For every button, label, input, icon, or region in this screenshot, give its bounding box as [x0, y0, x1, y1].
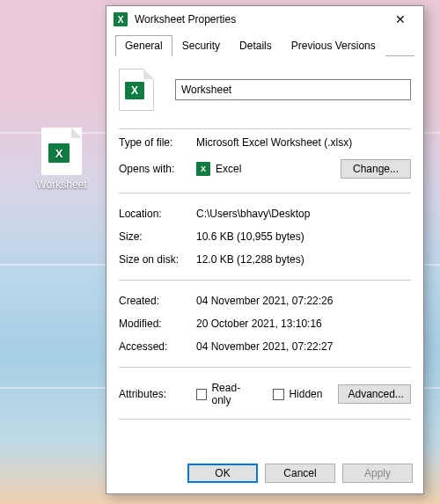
apply-button[interactable]: Apply: [342, 464, 413, 483]
attributes-label: Attributes:: [119, 388, 196, 400]
dialog-body: X Type of file: Microsoft Excel Workshee…: [106, 56, 423, 455]
tab-details[interactable]: Details: [230, 35, 282, 56]
tab-general[interactable]: General: [115, 35, 172, 56]
readonly-label: Read-only: [211, 382, 257, 406]
modified-label: Modified:: [119, 318, 196, 330]
opens-with-label: Opens with:: [119, 163, 196, 175]
excel-app-icon: X: [114, 12, 128, 26]
created-label: Created:: [119, 295, 196, 307]
tab-security[interactable]: Security: [172, 35, 230, 56]
excel-file-icon: X: [41, 128, 82, 175]
opens-with-value: Excel: [216, 163, 341, 175]
tab-previous-versions[interactable]: Previous Versions: [282, 35, 385, 56]
change-button[interactable]: Change...: [341, 159, 411, 179]
modified-value: 20 October 2021, 13:10:16: [196, 318, 411, 330]
excel-small-icon: X: [196, 162, 210, 176]
advanced-button[interactable]: Advanced...: [338, 384, 411, 404]
size-label: Size:: [119, 230, 196, 243]
desktop-file-label: Worksheet: [31, 179, 92, 191]
cancel-button[interactable]: Cancel: [265, 464, 335, 483]
readonly-checkbox[interactable]: Read-only: [196, 382, 257, 406]
size-on-disk-label: Size on disk:: [119, 253, 196, 266]
desktop-file-icon[interactable]: X Worksheet: [31, 128, 92, 191]
properties-dialog: X Worksheet Properties ✕ General Securit…: [106, 5, 424, 494]
file-type-icon: X: [119, 69, 154, 111]
ok-button[interactable]: OK: [187, 464, 258, 483]
accessed-value: 04 November 2021, 07:22:27: [196, 340, 411, 353]
window-title: Worksheet Properties: [135, 13, 383, 26]
accessed-label: Accessed:: [119, 340, 196, 353]
location-value: C:\Users\bhavy\Desktop: [196, 208, 411, 220]
type-of-file-value: Microsoft Excel Worksheet (.xlsx): [196, 136, 411, 149]
size-value: 10.6 KB (10,955 bytes): [196, 230, 411, 243]
type-of-file-label: Type of file:: [119, 136, 196, 149]
dialog-button-bar: OK Cancel Apply: [106, 455, 423, 493]
filename-input[interactable]: [175, 79, 411, 100]
hidden-checkbox[interactable]: Hidden: [273, 388, 322, 400]
tab-strip: General Security Details Previous Versio…: [106, 33, 423, 55]
created-value: 04 November 2021, 07:22:26: [196, 295, 411, 307]
close-button[interactable]: ✕: [383, 6, 418, 33]
titlebar: X Worksheet Properties ✕: [106, 6, 423, 33]
hidden-label: Hidden: [289, 388, 322, 400]
location-label: Location:: [119, 208, 196, 220]
size-on-disk-value: 12.0 KB (12,288 bytes): [196, 253, 411, 266]
